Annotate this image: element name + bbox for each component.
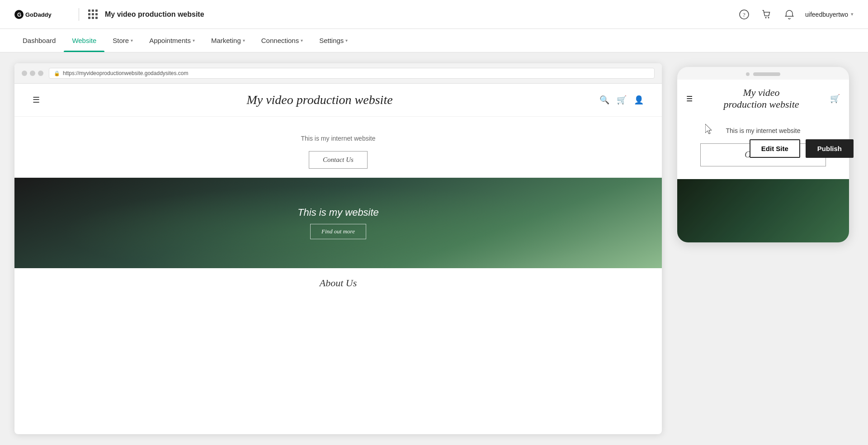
browser-dot-1 [22,71,27,76]
user-preview-icon: 👤 [634,95,644,105]
desktop-about-title: About Us [320,277,357,289]
desktop-contact-us-button[interactable]: Contact Us [309,151,368,169]
user-name-label: uifeedbuyertwo [805,11,848,18]
site-preview-content: ☰ My video production website 🔍 🛒 👤 This… [14,84,662,298]
cart-preview-icon: 🛒 [617,95,627,105]
desktop-video-title: This is my website [297,207,379,218]
marketing-chevron-icon: ▾ [243,38,245,43]
site-preview-header: ☰ My video production website 🔍 🛒 👤 [14,84,662,117]
mobile-top-bar [677,67,849,80]
svg-text:GoDaddy: GoDaddy [25,11,52,18]
mobile-notch-bar [753,72,780,76]
nav-bar: Dashboard Website Store ▾ Appointments ▾… [0,29,868,52]
svg-point-5 [765,17,767,18]
desktop-hero-subtitle: This is my internet website [24,135,653,142]
nav-item-connections[interactable]: Connections ▾ [253,29,311,52]
top-bar: G GoDaddy My video production website ? [0,0,868,29]
desktop-video-overlay: This is my website Find out more [297,207,379,239]
appointments-chevron-icon: ▾ [193,38,195,43]
svg-text:G: G [17,12,21,18]
godaddy-logo-icon: G GoDaddy [14,7,64,22]
store-chevron-icon: ▾ [131,38,133,43]
mobile-site-header: ☰ My videoproduction website 🛒 [677,80,849,118]
nav-item-store[interactable]: Store ▾ [104,29,141,52]
nav-item-marketing[interactable]: Marketing ▾ [203,29,253,52]
brand-logo: G GoDaddy [14,7,70,22]
desktop-video-section: This is my website Find out more [14,178,662,268]
site-name-label: My video production website [105,10,204,19]
mobile-dot-1 [746,72,750,76]
search-icon: 🔍 [599,95,609,105]
user-chevron-icon: ▾ [851,11,854,17]
desktop-find-out-more-button[interactable]: Find out more [310,224,366,239]
help-button[interactable]: ? [737,8,751,21]
desktop-hero-section: This is my internet website Contact Us [14,117,662,178]
desktop-preview: 🔒 https://myvideoproductionwebsite.godad… [14,63,662,434]
bell-icon [784,9,794,19]
hamburger-icon: ☰ [33,95,40,105]
user-menu-button[interactable]: uifeedbuyertwo ▾ [805,11,854,18]
browser-url-bar: 🔒 https://myvideoproductionwebsite.godad… [49,68,655,79]
nav-item-website[interactable]: Website [64,29,104,52]
browser-dots [22,71,43,76]
site-header-icons: 🔍 🛒 👤 [599,95,644,105]
publish-button[interactable]: Publish [806,139,854,158]
svg-point-6 [768,17,769,18]
nav-item-dashboard[interactable]: Dashboard [14,29,64,52]
connections-chevron-icon: ▾ [301,38,303,43]
settings-chevron-icon: ▾ [345,38,348,43]
cart-button[interactable] [760,8,774,21]
main-content: Edit Site Publish 🔒 https://myvideoprodu… [0,52,868,445]
mobile-preview-wrapper: ☰ My videoproduction website 🛒 This is m… [673,63,854,434]
url-text: https://myvideoproductionwebsite.godaddy… [63,70,188,76]
mobile-hero-subtitle: This is my internet website [684,127,842,134]
help-icon: ? [739,9,749,19]
apps-grid-icon[interactable] [88,9,98,19]
mobile-hamburger-icon: ☰ [686,95,693,103]
lock-icon: 🔒 [54,71,60,76]
browser-dot-2 [30,71,35,76]
browser-dot-3 [38,71,43,76]
mobile-cart-icon: 🛒 [830,94,840,104]
mobile-site-content: ☰ My videoproduction website 🛒 This is m… [677,80,849,242]
topbar-divider [79,8,79,21]
browser-chrome: 🔒 https://myvideoproductionwebsite.godad… [14,63,662,84]
nav-item-appointments[interactable]: Appointments ▾ [141,29,203,52]
topbar-right-actions: ? uifeedbuyertwo ▾ [737,8,854,21]
action-buttons: Edit Site Publish [750,139,854,158]
cart-icon [762,9,772,19]
mobile-video-section [677,179,849,242]
desktop-about-section: About Us [14,268,662,298]
mobile-site-title: My videoproduction website [723,87,799,111]
site-preview-title: My video production website [246,93,392,107]
mobile-video-overlay [677,179,849,242]
edit-site-button[interactable]: Edit Site [750,139,800,158]
svg-text:?: ? [743,11,745,18]
nav-item-settings[interactable]: Settings ▾ [311,29,356,52]
notifications-button[interactable] [783,8,796,21]
